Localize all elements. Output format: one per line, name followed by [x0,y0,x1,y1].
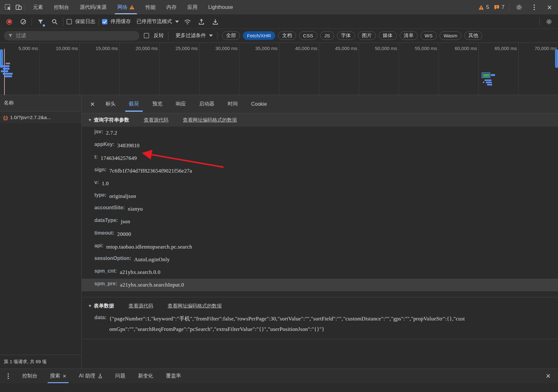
throttling-select[interactable]: 已停用节流模式 [136,18,179,25]
top-tab[interactable]: 元素 [32,0,44,15]
top-tab[interactable]: 性能 [144,0,157,15]
param-row[interactable]: data {"pageNumber":1,"keyword":"手机","fro… [82,313,558,334]
detail-tab-label: 标头 [105,101,116,107]
query-string-title[interactable]: 查询字符串参数 [94,117,129,123]
param-row[interactable]: sessionOption AutoLoginOnly [82,253,558,266]
drawer-tab[interactable]: AI 助理 [77,369,105,383]
settings-gear-icon[interactable] [514,2,524,13]
detail-tab[interactable]: Cookie [249,95,269,113]
network-overview-timeline[interactable]: 5,000 ms10,000 ms15,000 ms20,000 ms25,00… [0,43,558,95]
request-type-chip[interactable]: 清单 [400,31,418,40]
request-type-chip[interactable]: Wasm [440,31,461,40]
request-type-chip[interactable]: WS [421,31,437,40]
view-source-link[interactable]: 查看源代码 [129,303,153,309]
request-type-chip[interactable]: 媒体 [379,31,397,40]
close-devtools-icon[interactable]: × [544,2,555,13]
request-type-chip[interactable]: 全部 [222,31,240,40]
param-row[interactable]: timeout 20000 [82,228,558,241]
param-row[interactable]: type originaljson [82,190,558,203]
request-list-panel: 名称 {;} 1.0/?jsv=2.7.2&a... 第 1 项请求, 共 69… [0,95,82,369]
drawer-tab[interactable]: 问题 [113,369,127,383]
view-url-encoded-link[interactable]: 查看网址编码格式的数据 [183,117,237,123]
drawer-more-options-icon[interactable] [4,371,12,382]
request-type-chip[interactable]: Fetch/XHR [243,31,275,40]
record-network-log-icon[interactable] [4,16,15,27]
param-row[interactable]: v 1.0 [82,177,558,190]
network-settings-gear-icon[interactable] [543,16,554,27]
detail-tab[interactable]: 标头 [104,95,117,113]
detail-tab[interactable]: 预览 [150,95,164,113]
request-type-chip[interactable]: 文档 [278,31,296,40]
close-drawer-icon[interactable]: × [543,371,554,382]
chip-label: 其他 [468,32,478,39]
detail-tab[interactable]: 时间 [226,95,240,113]
drawer-tab-label: 问题 [115,373,125,379]
issues-badge[interactable]: 7 [494,4,504,10]
param-row[interactable]: api mtop.taobao.idlemtopsearch.pc.search [82,241,558,253]
param-value: xianyu [128,204,143,214]
param-row[interactable]: t 1746346257649 [82,152,558,165]
request-type-chip[interactable]: 其他 [464,31,482,40]
invert-filter-checkbox[interactable] [144,33,149,38]
console-errors-badge[interactable]: 5 [478,4,489,10]
detail-tab-label: 预览 [152,101,162,107]
top-tab[interactable]: 内存 [165,0,178,15]
export-har-icon[interactable] [196,16,207,27]
param-row[interactable]: spm_cnt a21ybx.search.0.0 [82,266,558,279]
request-type-chip[interactable]: CSS [299,31,317,40]
invert-filter-label[interactable]: 反转 [154,32,164,39]
param-row[interactable]: appKey 34839810 [82,139,558,152]
param-row[interactable]: jsv 2.7.2 [82,127,558,139]
top-tab[interactable]: 网络 [116,0,136,15]
param-row[interactable]: accountSite xianyu [82,203,558,215]
drawer-tab[interactable]: 控制台 [20,369,39,383]
preserve-log-label[interactable]: 保留日志 [75,18,95,25]
device-toolbar-icon[interactable] [13,2,24,13]
view-url-encoded-link[interactable]: 查看网址编码格式的数据 [168,303,222,309]
collapse-triangle-icon[interactable]: ▼ [88,304,92,308]
close-tab-icon[interactable]: × [63,373,66,380]
form-data-list: data {"pageNumber":1,"keyword":"手机","fro… [82,313,558,334]
request-type-chip[interactable]: 字体 [337,31,355,40]
more-options-icon[interactable] [529,2,540,13]
throttling-value: 已停用节流模式 [136,18,172,25]
disable-cache-checkbox[interactable] [102,19,107,24]
query-param-list: jsv 2.7.2 appKey 34839810 t 174634625764… [82,127,558,291]
disable-cache-label[interactable]: 停用缓存 [111,18,131,25]
import-har-icon[interactable] [210,16,221,27]
inspect-element-icon[interactable] [3,2,13,13]
drawer-tab[interactable]: 新变化 [136,369,155,383]
param-key: dataType [94,218,118,223]
request-type-chip[interactable]: 图片 [358,31,376,40]
detail-tab[interactable]: 载荷 [127,95,141,113]
top-tab[interactable]: 源代码/来源 [79,0,108,15]
request-details-panel: × 标头 载荷 预览 响应 启动器 时间 [82,95,558,369]
top-tab[interactable]: Lighthouse [207,0,234,15]
search-network-icon[interactable] [49,16,60,27]
filter-toggle-icon[interactable] [35,16,46,27]
top-tab[interactable]: 控制台 [53,0,70,15]
more-filters-dropdown[interactable]: 更多过滤条件 [175,32,213,39]
param-row[interactable]: dataType json [82,215,558,228]
network-conditions-icon[interactable] [182,16,193,27]
preserve-log-checkbox[interactable] [67,19,72,24]
divider [168,32,168,40]
divider [98,18,99,26]
view-source-link[interactable]: 查看源代码 [144,117,168,123]
filter-input[interactable]: 过滤 [4,31,139,41]
drawer-tab[interactable]: 搜索 × [48,369,68,383]
request-row[interactable]: {;} 1.0/?jsv=2.7.2&a... [0,111,81,123]
detail-tab[interactable]: 启动器 [197,95,216,113]
collapse-triangle-icon[interactable]: ▼ [88,118,92,122]
drawer-tab[interactable]: 覆盖率 [164,369,183,383]
form-data-title[interactable]: 表单数据 [94,303,114,309]
clear-network-log-icon[interactable] [18,16,29,27]
detail-tab[interactable]: 响应 [174,95,188,113]
devtools-window: 元素 控制台 源代码/来源 网络 [0,0,558,392]
top-tab[interactable]: 应用 [186,0,199,15]
param-key: sign [94,167,106,173]
param-row[interactable]: sign 7c6fb1f7d4d7ff823654f9021f56e27a [82,165,558,177]
close-details-icon[interactable]: × [86,100,99,109]
param-row[interactable]: spm_pre a21ybx.search.searchInput.0 [82,279,558,291]
request-type-chip[interactable]: JS [320,31,334,40]
